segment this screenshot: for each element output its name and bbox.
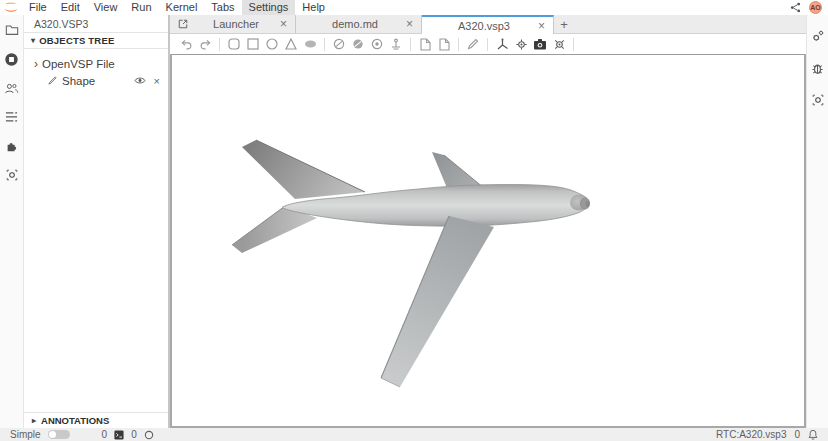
objects-tree: › OpenVSP File Shape xyxy=(24,49,168,412)
rounded-rect-tool-icon[interactable] xyxy=(226,36,242,52)
vsp-viewer-icon[interactable] xyxy=(809,91,827,109)
pencil-icon[interactable] xyxy=(465,36,481,52)
menu-run[interactable]: Run xyxy=(124,0,158,15)
simple-mode-label: Simple xyxy=(10,429,41,440)
tab-launcher[interactable]: Launcher × xyxy=(170,15,296,33)
close-icon[interactable]: × xyxy=(406,19,413,29)
chevron-right-icon[interactable]: › xyxy=(30,59,42,69)
annotations-section-header[interactable]: ▸ ANNOTATIONS xyxy=(24,412,168,428)
menu-file[interactable]: File xyxy=(22,0,54,15)
tab-bar: Launcher × demo.md × A320.vsp3 × + xyxy=(170,15,806,34)
tree-item-label: OpenVSP File xyxy=(42,58,115,70)
collaborators-icon[interactable] xyxy=(3,79,21,97)
new-tab-button[interactable]: + xyxy=(554,15,574,33)
axes-3d-icon[interactable] xyxy=(494,36,510,52)
vsp-viewer-icon[interactable] xyxy=(3,166,21,184)
running-kernels-icon[interactable] xyxy=(3,50,21,68)
menu-edit[interactable]: Edit xyxy=(54,0,87,15)
close-icon[interactable]: × xyxy=(538,21,545,31)
menu-help[interactable]: Help xyxy=(295,0,332,15)
close-icon[interactable]: × xyxy=(280,19,287,29)
tree-item-openvsp-file[interactable]: › OpenVSP File xyxy=(24,55,168,72)
file-copy-icon[interactable] xyxy=(436,36,452,52)
focus-target-2-icon[interactable] xyxy=(551,36,567,52)
workspace: A320.VSP3 ▾ OBJECTS TREE › OpenVSP File … xyxy=(0,15,828,428)
plumb-axis-icon[interactable] xyxy=(388,36,404,52)
status-bar: Simple 0 0 RTC:A320.vsp3 0 xyxy=(0,428,828,441)
triangle-tool-icon[interactable] xyxy=(283,36,299,52)
sphere-dot-icon[interactable] xyxy=(369,36,385,52)
redo-icon[interactable] xyxy=(197,36,213,52)
aircraft-render xyxy=(172,55,804,426)
camera-icon[interactable] xyxy=(532,36,548,52)
objects-tree-label: OBJECTS TREE xyxy=(39,35,114,46)
undo-icon[interactable] xyxy=(178,36,194,52)
ellipse-filled-tool-icon[interactable] xyxy=(302,36,318,52)
rtc-document-label: RTC:A320.vsp3 xyxy=(716,429,786,440)
vsp-3d-canvas[interactable] xyxy=(170,54,806,428)
shape-pen-icon xyxy=(48,76,57,85)
delete-shape-icon[interactable]: × xyxy=(154,75,160,87)
jupyter-logo-icon xyxy=(0,1,22,15)
objects-tree-panel: A320.VSP3 ▾ OBJECTS TREE › OpenVSP File … xyxy=(24,15,170,428)
aircraft-vertical-fin xyxy=(242,140,365,199)
rect-tool-icon[interactable] xyxy=(245,36,261,52)
kernel-status-icon[interactable] xyxy=(144,430,154,440)
main-dock-area: Launcher × demo.md × A320.vsp3 × + xyxy=(170,15,806,428)
property-inspector-icon[interactable] xyxy=(809,27,827,45)
left-activity-bar xyxy=(0,15,24,428)
tree-item-shape[interactable]: Shape × xyxy=(24,72,168,89)
simple-mode-toggle[interactable] xyxy=(48,430,70,439)
tab-label: A320.vsp3 xyxy=(430,20,538,32)
file-icon[interactable] xyxy=(417,36,433,52)
menu-settings[interactable]: Settings xyxy=(242,0,296,15)
avatar[interactable]: AO xyxy=(809,1,822,14)
folder-icon[interactable] xyxy=(3,21,21,39)
tab-label: demo.md xyxy=(304,18,406,30)
application-window: File Edit View Run Kernel Tabs Settings … xyxy=(0,0,828,441)
panel-title: A320.VSP3 xyxy=(24,15,168,33)
menu-tabs[interactable]: Tabs xyxy=(204,0,241,15)
menu-kernel[interactable]: Kernel xyxy=(159,0,205,15)
caret-right-icon: ▸ xyxy=(32,416,36,425)
kernels-count: 0 xyxy=(131,429,137,440)
aircraft-left-wing xyxy=(432,152,484,188)
objects-tree-section-header[interactable]: ▾ OBJECTS TREE xyxy=(24,33,168,49)
bell-icon[interactable] xyxy=(808,429,818,440)
launcher-icon xyxy=(178,19,188,29)
table-of-contents-icon[interactable] xyxy=(3,108,21,126)
share-icon[interactable] xyxy=(790,2,801,13)
terminals-count: 0 xyxy=(102,429,108,440)
focus-target-icon[interactable] xyxy=(513,36,529,52)
extensions-puzzle-icon[interactable] xyxy=(3,137,21,155)
caret-down-icon: ▾ xyxy=(31,36,35,45)
tree-item-label: Shape xyxy=(62,75,95,87)
sphere-outline-icon[interactable] xyxy=(331,36,347,52)
tab-a320-vsp3[interactable]: A320.vsp3 × xyxy=(422,15,554,34)
circle-tool-icon[interactable] xyxy=(264,36,280,52)
tab-label: Launcher xyxy=(192,18,280,30)
notifications-count: 0 xyxy=(794,429,800,440)
terminal-icon[interactable] xyxy=(114,430,124,440)
vsp-toolbar xyxy=(170,34,806,54)
sphere-filled-icon[interactable] xyxy=(350,36,366,52)
right-activity-bar xyxy=(806,15,828,428)
debugger-bug-icon[interactable] xyxy=(809,59,827,77)
menu-view[interactable]: View xyxy=(87,0,125,15)
visibility-eye-icon[interactable] xyxy=(134,76,146,85)
annotations-label: ANNOTATIONS xyxy=(41,415,109,426)
menubar: File Edit View Run Kernel Tabs Settings … xyxy=(0,0,828,15)
tab-demo-md[interactable]: demo.md × xyxy=(296,15,422,33)
aircraft-right-wing xyxy=(381,216,494,387)
